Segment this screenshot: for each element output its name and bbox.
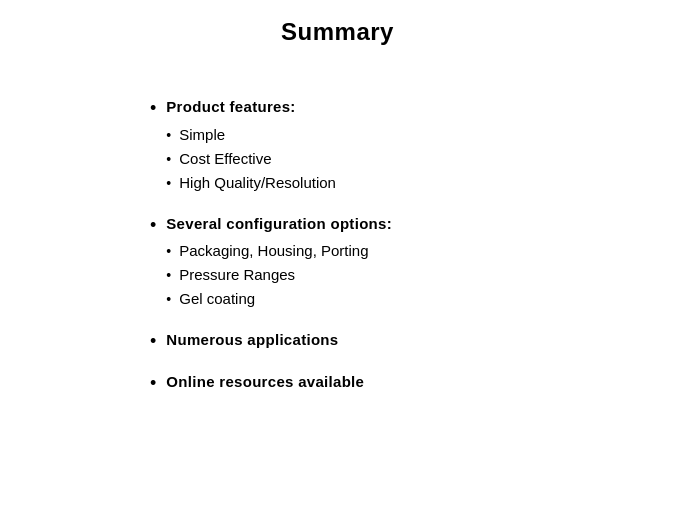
- item-label: Product features:: [166, 96, 336, 119]
- subitem-label: Packaging, Housing, Porting: [179, 239, 368, 263]
- sublist: • Packaging, Housing, Porting • Pressure…: [166, 239, 392, 311]
- sub-bullet-icon: •: [166, 148, 171, 170]
- item-label: Numerous applications: [166, 329, 338, 352]
- subitem-label: Cost Effective: [179, 147, 271, 171]
- item-label: Online resources available: [166, 371, 364, 394]
- bullet-icon: •: [150, 214, 156, 237]
- sublist-item: • High Quality/Resolution: [166, 171, 336, 195]
- subitem-label: High Quality/Resolution: [179, 171, 336, 195]
- item-content: Product features: • Simple • Cost Effect…: [166, 96, 336, 195]
- sub-bullet-icon: •: [166, 172, 171, 194]
- list-item: • Online resources available: [150, 371, 595, 395]
- sub-bullet-icon: •: [166, 264, 171, 286]
- main-content: • Product features: • Simple • Cost Effe…: [0, 96, 675, 414]
- subitem-label: Pressure Ranges: [179, 263, 295, 287]
- page-title: Summary: [281, 18, 394, 46]
- sublist-item: • Simple: [166, 123, 336, 147]
- sublist-item: • Gel coating: [166, 287, 392, 311]
- sublist-item: • Packaging, Housing, Porting: [166, 239, 392, 263]
- bullet-icon: •: [150, 97, 156, 120]
- list-item: • Several configuration options: • Packa…: [150, 213, 595, 312]
- item-content: Several configuration options: • Packagi…: [166, 213, 392, 312]
- summary-list: • Product features: • Simple • Cost Effe…: [150, 96, 595, 396]
- sublist-item: • Pressure Ranges: [166, 263, 392, 287]
- sub-bullet-icon: •: [166, 124, 171, 146]
- sub-bullet-icon: •: [166, 240, 171, 262]
- sub-bullet-icon: •: [166, 288, 171, 310]
- bullet-icon: •: [150, 372, 156, 395]
- item-content: Numerous applications: [166, 329, 338, 352]
- list-item: • Numerous applications: [150, 329, 595, 353]
- subitem-label: Gel coating: [179, 287, 255, 311]
- sublist-item: • Cost Effective: [166, 147, 336, 171]
- list-item: • Product features: • Simple • Cost Effe…: [150, 96, 595, 195]
- subitem-label: Simple: [179, 123, 225, 147]
- item-label: Several configuration options:: [166, 213, 392, 236]
- item-content: Online resources available: [166, 371, 364, 394]
- sublist: • Simple • Cost Effective • High Quality…: [166, 123, 336, 195]
- bullet-icon: •: [150, 330, 156, 353]
